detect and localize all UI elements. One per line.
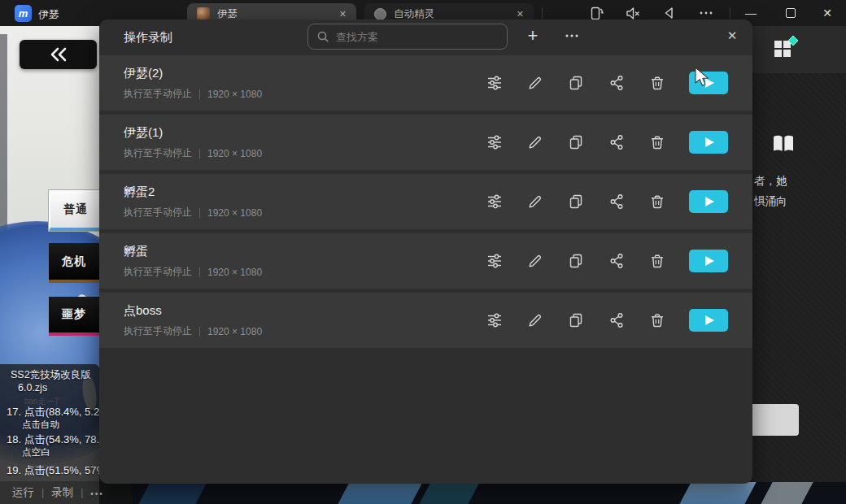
row-delete-button[interactable] (648, 74, 666, 92)
row-edit-button[interactable] (526, 133, 544, 151)
row-settings-button[interactable] (486, 193, 504, 211)
share-icon (608, 193, 626, 211)
recording-row[interactable]: 孵蛋 执行至手动停止 1920 × 1080 (99, 233, 752, 289)
row-share-button[interactable] (608, 133, 626, 151)
trash-icon (648, 133, 666, 151)
row-share-button[interactable] (608, 193, 626, 211)
row-copy-button[interactable] (567, 133, 585, 151)
difficulty-button-nightmare[interactable]: 噩梦 (49, 297, 99, 336)
row-play-button[interactable] (689, 309, 728, 332)
row-copy-button[interactable] (567, 252, 585, 270)
search-input[interactable] (334, 30, 492, 44)
script-toolbar: 运行 | 录制 | ••• (0, 481, 133, 504)
recording-mode: 执行至手动停止 (124, 146, 192, 160)
recording-list: 伊瑟(2) 执行至手动停止 1920 × 1080 (99, 55, 752, 352)
difficulty-button-normal[interactable]: 普通 (49, 190, 99, 231)
tab-label: 伊瑟 (217, 7, 339, 21)
artwork-band (757, 482, 817, 504)
row-settings-button[interactable] (486, 133, 504, 151)
trash-icon (648, 74, 666, 92)
tab-close-icon[interactable]: ✕ (517, 9, 524, 20)
share-icon (608, 311, 626, 329)
dialog-more-button[interactable] (560, 24, 584, 48)
toolbar-more-button[interactable]: ••• (90, 489, 104, 498)
recording-mode: 执行至手动停止 (124, 265, 192, 279)
copy-icon (567, 252, 585, 270)
trash-icon (648, 252, 666, 270)
sliders-icon (486, 252, 504, 270)
recording-resolution: 1920 × 1080 (207, 267, 262, 278)
grid-menu-icon[interactable] (771, 36, 800, 63)
subtitle-divider (199, 327, 200, 337)
script-step-sub: 点空白 (22, 446, 50, 458)
recording-row[interactable]: 孵蛋2 执行至手动停止 1920 × 1080 (99, 174, 752, 229)
row-share-button[interactable] (608, 74, 626, 92)
script-version: 6.0.zjs (18, 382, 47, 393)
recording-resolution: 1920 × 1080 (207, 89, 262, 100)
row-settings-button[interactable] (486, 252, 504, 270)
more-icon[interactable] (698, 5, 714, 21)
close-window-button[interactable]: ✕ (813, 0, 841, 26)
row-edit-button[interactable] (526, 252, 544, 270)
row-edit-button[interactable] (526, 193, 544, 211)
app-logo-glyph: m (19, 8, 28, 19)
phone-rotate-icon[interactable] (588, 5, 604, 21)
difficulty-label: 噩梦 (62, 307, 86, 322)
mute-icon[interactable] (625, 5, 641, 21)
row-delete-button[interactable] (648, 193, 666, 211)
add-recording-button[interactable]: + (521, 24, 545, 48)
ellipsis-icon (563, 27, 581, 45)
mouse-cursor (693, 67, 714, 89)
copy-icon (567, 311, 585, 329)
recording-subtitle: 执行至手动停止 1920 × 1080 (124, 265, 262, 279)
tab-close-icon[interactable]: ✕ (339, 9, 347, 20)
recording-name: 伊瑟(2) (124, 66, 163, 81)
row-copy-button[interactable] (567, 311, 585, 329)
back-icon[interactable] (661, 5, 678, 21)
tab-icon (374, 8, 386, 20)
toolbar-divider: | (81, 487, 83, 498)
recording-name: 孵蛋2 (124, 185, 155, 200)
book-icon[interactable] (771, 133, 796, 155)
row-settings-button[interactable] (486, 74, 504, 92)
subtitle-divider (199, 89, 200, 99)
row-play-button[interactable] (689, 250, 728, 272)
row-actions (486, 293, 728, 348)
maximize-button[interactable] (777, 0, 805, 26)
titlebar-divider (542, 7, 543, 19)
copy-icon (567, 193, 585, 211)
row-copy-button[interactable] (567, 74, 585, 92)
row-delete-button[interactable] (648, 252, 666, 270)
script-step: 18. 点击(54.3%, 78.5%) (7, 432, 99, 447)
recording-mode: 执行至手动停止 (124, 87, 192, 101)
row-delete-button[interactable] (648, 311, 666, 329)
row-delete-button[interactable] (648, 133, 666, 151)
record-button[interactable]: 录制 (51, 485, 73, 500)
script-step: 19. 点击(51.5%, 57%) (7, 463, 99, 478)
row-play-button[interactable] (689, 190, 728, 213)
row-share-button[interactable] (608, 252, 626, 270)
double-chevron-left-icon (50, 47, 68, 62)
row-actions (486, 115, 728, 170)
difficulty-button-crisis[interactable]: 危机 (49, 243, 99, 283)
dialog-close-button[interactable]: ✕ (720, 24, 744, 48)
collapse-panel-button[interactable] (20, 40, 97, 69)
share-icon (608, 74, 626, 92)
game-right-panel: 者，她 惧涌向 (752, 26, 846, 504)
row-edit-button[interactable] (526, 74, 544, 92)
recording-row[interactable]: 伊瑟(2) 执行至手动停止 1920 × 1080 (99, 55, 752, 111)
recording-resolution: 1920 × 1080 (207, 326, 262, 337)
background-action-button[interactable] (752, 404, 799, 436)
row-edit-button[interactable] (526, 311, 544, 329)
row-play-button[interactable] (689, 131, 728, 154)
tab-avatar (197, 7, 210, 20)
row-share-button[interactable] (608, 311, 626, 329)
row-settings-button[interactable] (486, 311, 504, 329)
row-copy-button[interactable] (567, 193, 585, 211)
recording-resolution: 1920 × 1080 (207, 207, 262, 219)
search-box[interactable] (307, 24, 508, 50)
run-button[interactable]: 运行 (12, 485, 34, 500)
recording-row[interactable]: 点boss 执行至手动停止 1920 × 1080 (99, 293, 752, 348)
search-icon (316, 30, 329, 43)
recording-row[interactable]: 伊瑟(1) 执行至手动停止 1920 × 1080 (99, 115, 752, 170)
